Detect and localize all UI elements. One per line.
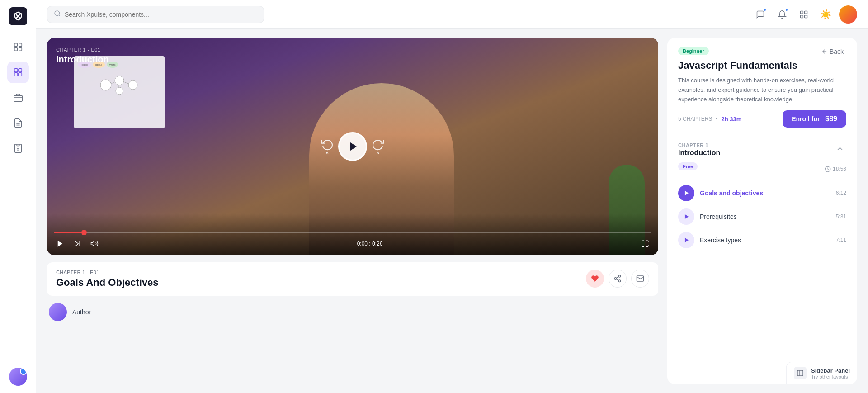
video-bottom-controls: 0:00 : 0:26 <box>54 238 651 250</box>
sidebar <box>0 0 36 393</box>
video-time-display: 0:00 : 0:26 <box>357 241 383 247</box>
video-info-text: CHAPTER 1 - E01 Goals And Objectives <box>56 270 159 289</box>
course-meta-row: 5 CHAPTERS • 2h 33m Enroll for $89 <box>678 110 846 128</box>
search-icon <box>54 10 61 19</box>
forward-button[interactable]: 5 <box>372 138 384 155</box>
chapter-number-label: CHAPTER 1 <box>678 142 720 148</box>
sidebar-item-document[interactable] <box>7 112 29 134</box>
video-progress-fill <box>54 232 84 233</box>
video-episode-title: Goals And Objectives <box>56 277 159 289</box>
header: ☀️ <box>36 0 868 29</box>
sidebar-panel-title: Sidebar Panel <box>811 367 850 374</box>
play-button-small[interactable] <box>54 238 66 250</box>
svg-rect-3 <box>19 43 21 46</box>
svg-rect-14 <box>17 144 19 146</box>
main-content: ☀️ Topics Ideas <box>36 0 868 393</box>
svg-rect-2 <box>14 43 17 46</box>
svg-rect-4 <box>14 48 17 51</box>
video-chapter-text: CHAPTER 1 - E01 <box>56 270 159 275</box>
chapter-meta-row: Free 18:56 <box>678 162 846 176</box>
lesson-title: Goals and objectives <box>700 189 830 197</box>
chapters-count: 5 CHAPTERS <box>678 116 712 122</box>
svg-point-22 <box>100 80 111 90</box>
chat-badge <box>763 8 767 12</box>
course-description: This course is designed with hands-on ex… <box>678 76 846 104</box>
sidebar-user-avatar[interactable] <box>9 368 27 386</box>
svg-rect-19 <box>805 11 807 14</box>
chapter-info: CHAPTER 1 Introduction <box>678 142 720 157</box>
svg-line-26 <box>111 82 115 84</box>
free-access-badge: Free <box>678 162 698 170</box>
svg-rect-6 <box>14 69 17 72</box>
course-duration: 2h 33m <box>722 116 742 123</box>
lesson-play-button[interactable] <box>678 208 694 225</box>
author-name: Author <box>72 308 91 316</box>
svg-marker-41 <box>685 214 689 219</box>
play-pause-button[interactable] <box>338 132 367 161</box>
lesson-duration: 7:11 <box>836 237 846 243</box>
grid-view-button[interactable] <box>796 6 812 23</box>
lesson-title: Exercise types <box>700 237 830 244</box>
like-button[interactable] <box>586 270 604 288</box>
svg-marker-42 <box>685 238 689 243</box>
theme-toggle-button[interactable]: ☀️ <box>817 6 834 23</box>
author-section: Author <box>47 303 658 321</box>
sidebar-item-dashboard[interactable] <box>7 36 29 58</box>
svg-point-17 <box>55 11 60 16</box>
right-panel: Beginner Back Javascript Fundamentals Th… <box>667 38 857 384</box>
lesson-play-button[interactable] <box>678 185 694 201</box>
next-button[interactable] <box>71 238 83 250</box>
volume-button[interactable] <box>89 238 100 250</box>
svg-point-34 <box>618 275 621 277</box>
svg-line-37 <box>616 279 618 280</box>
lesson-play-button[interactable] <box>678 232 694 248</box>
chapter-section: CHAPTER 1 Introduction Free <box>667 135 857 384</box>
video-action-buttons <box>586 270 649 288</box>
video-info-bar: CHAPTER 1 - E01 Goals And Objectives <box>47 262 658 296</box>
sidebar-panel-subtitle: Try other layouts <box>811 374 850 379</box>
notification-badge <box>785 8 788 12</box>
svg-rect-18 <box>801 11 803 14</box>
lesson-item[interactable]: Prerequisites 5:31 <box>678 205 846 228</box>
svg-rect-10 <box>14 95 22 101</box>
video-player[interactable]: Topics Ideas Work <box>47 38 658 255</box>
notification-button[interactable] <box>774 6 790 23</box>
sidebar-item-briefcase[interactable] <box>7 87 29 109</box>
share-button[interactable] <box>609 270 627 288</box>
search-bar[interactable] <box>47 6 264 23</box>
sidebar-item-clipboard[interactable] <box>7 137 29 159</box>
svg-rect-43 <box>797 370 803 376</box>
header-actions: ☀️ <box>752 5 857 24</box>
svg-rect-7 <box>18 69 21 72</box>
svg-marker-30 <box>58 241 63 247</box>
enroll-button[interactable]: Enroll for $89 <box>783 110 846 128</box>
chapter-toggle-button[interactable] <box>834 142 846 156</box>
video-section: Topics Ideas Work <box>47 38 658 384</box>
sidebar-panel-icon <box>794 367 807 379</box>
lesson-item[interactable]: Exercise types 7:11 <box>678 228 846 252</box>
lesson-item[interactable]: Goals and objectives 6:12 <box>678 181 846 205</box>
sidebar-item-grid[interactable] <box>7 62 29 83</box>
header-user-avatar[interactable] <box>839 5 857 24</box>
search-input[interactable] <box>65 11 257 18</box>
svg-marker-40 <box>685 191 689 196</box>
author-avatar <box>49 303 67 321</box>
chat-button[interactable] <box>752 6 769 23</box>
message-button[interactable] <box>631 270 649 288</box>
video-chapter-label: CHAPTER 1 - E01 <box>56 47 101 52</box>
svg-rect-21 <box>805 15 807 18</box>
app-logo[interactable] <box>9 7 27 25</box>
fullscreen-button[interactable] <box>639 238 651 250</box>
video-progress-bar[interactable] <box>54 232 651 233</box>
video-whiteboard: Topics Ideas Work <box>74 56 165 128</box>
video-controls: 0:00 : 0:26 <box>47 213 658 255</box>
sidebar-panel-footer[interactable]: Sidebar Panel Try other layouts <box>786 362 857 384</box>
course-title: Javascript Fundamentals <box>678 60 846 71</box>
rewind-button[interactable]: 5 <box>321 138 334 155</box>
video-progress-thumb <box>81 230 87 235</box>
back-button[interactable]: Back <box>819 47 846 56</box>
svg-line-27 <box>124 82 128 84</box>
chapter-total-duration: 18:56 <box>825 166 846 172</box>
svg-point-35 <box>614 278 617 280</box>
lesson-duration: 5:31 <box>836 213 846 220</box>
